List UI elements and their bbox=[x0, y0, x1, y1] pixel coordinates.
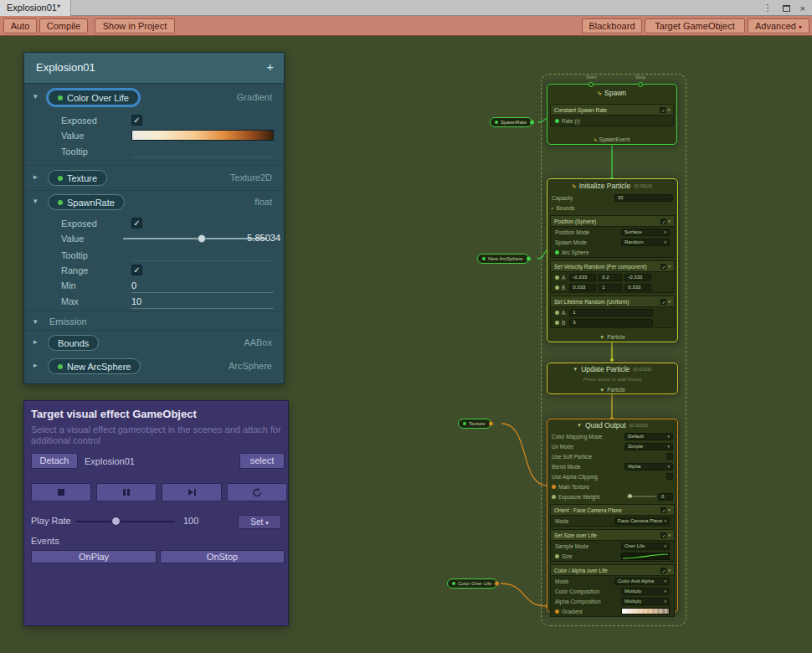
output-port[interactable] bbox=[495, 582, 499, 586]
color-mapping-dropdown[interactable]: Default▾ bbox=[624, 433, 673, 440]
exposure-slider[interactable] bbox=[627, 496, 655, 497]
orient-mode-dropdown[interactable]: Face Camera Plane▾ bbox=[614, 517, 670, 525]
tooltip-field[interactable] bbox=[131, 260, 274, 261]
collapse-caret-icon[interactable]: ▾ bbox=[668, 264, 671, 269]
parameter-node-texture[interactable]: Texture bbox=[458, 419, 491, 429]
a-x-field[interactable]: -0.333 bbox=[569, 274, 596, 281]
max-field[interactable]: 10 bbox=[131, 295, 274, 309]
auto-button[interactable]: Auto bbox=[3, 18, 37, 33]
param-pill-bounds[interactable]: Bounds bbox=[48, 335, 99, 351]
start-flow-port[interactable] bbox=[588, 82, 594, 87]
spawnevent-output-port[interactable]: ϟ SpawnEvent bbox=[547, 136, 676, 142]
set-size-over-life-block[interactable]: Set Size over Life ✓▾ Sample Mode Over L… bbox=[550, 529, 675, 562]
block-enabled-checkbox[interactable]: ✓ bbox=[660, 219, 666, 224]
main-texture-input-port[interactable] bbox=[552, 485, 556, 489]
a-y-field[interactable]: 0.2 bbox=[599, 274, 622, 281]
gradient-field[interactable] bbox=[621, 608, 670, 614]
spawn-context-node[interactable]: Start Stop ϟ Spawn Constant Spawn Rate ✓… bbox=[547, 84, 677, 145]
a-input-port[interactable] bbox=[555, 311, 559, 315]
play-rate-track[interactable] bbox=[76, 521, 175, 522]
close-icon[interactable]: × bbox=[800, 3, 805, 13]
chevron-down-icon[interactable]: ▾ bbox=[33, 92, 38, 100]
spawn-mode-dropdown[interactable]: Random▾ bbox=[621, 239, 670, 246]
slider-handle[interactable] bbox=[198, 234, 206, 243]
sample-mode-dropdown[interactable]: Over Life▾ bbox=[621, 542, 670, 550]
particle-output-port[interactable]: ▼ Particle bbox=[547, 387, 677, 393]
play-rate-value[interactable]: 100 bbox=[183, 516, 198, 526]
a-z-field[interactable]: -0.333 bbox=[624, 274, 651, 281]
b-input-port[interactable] bbox=[555, 321, 559, 325]
color-alpha-over-life-block[interactable]: Color / Alpha over Life ✓▾ Mode Color An… bbox=[550, 564, 675, 617]
chevron-right-icon[interactable]: ▸ bbox=[33, 337, 38, 346]
parameter-node-color-over-life[interactable]: Color Over Life bbox=[447, 578, 497, 589]
block-enabled-checkbox[interactable]: ✓ bbox=[660, 107, 666, 113]
a-field[interactable]: 1 bbox=[569, 309, 653, 316]
param-pill-color-over-life[interactable]: Color Over Life bbox=[48, 90, 139, 105]
onstop-button[interactable]: OnStop bbox=[160, 550, 285, 563]
uv-mode-dropdown[interactable]: Simple▾ bbox=[624, 443, 673, 450]
gradient-input-port[interactable] bbox=[555, 609, 559, 614]
min-field[interactable]: 0 bbox=[131, 279, 274, 293]
play-rate-handle[interactable] bbox=[111, 517, 121, 526]
restart-button[interactable] bbox=[227, 483, 287, 501]
b-x-field[interactable]: 0.333 bbox=[569, 284, 596, 291]
parameter-node-new-arcsphere[interactable]: New ArcSphere bbox=[477, 254, 529, 264]
stop-button[interactable] bbox=[31, 483, 91, 501]
size-input-port[interactable] bbox=[555, 554, 559, 558]
param-pill-spawnrate[interactable]: SpawnRate bbox=[48, 194, 125, 210]
set-lifetime-random-block[interactable]: Set Lifetime Random (Uniform) ✓▾ A 1 B 3 bbox=[550, 296, 675, 328]
add-parameter-button[interactable]: + bbox=[266, 59, 274, 74]
b-input-port[interactable] bbox=[555, 285, 559, 290]
show-in-project-button[interactable]: Show in Project bbox=[95, 18, 175, 33]
output-port[interactable] bbox=[527, 257, 531, 261]
chevron-down-icon[interactable]: ▾ bbox=[33, 197, 38, 205]
window-tab[interactable]: Explosion01* bbox=[0, 0, 71, 16]
block-enabled-checkbox[interactable]: ✓ bbox=[660, 264, 666, 270]
chevron-right-icon[interactable]: ▸ bbox=[33, 172, 38, 181]
set-button[interactable]: Set ▾ bbox=[238, 515, 281, 529]
maximize-icon[interactable] bbox=[783, 5, 790, 12]
blackboard-toggle-button[interactable]: Blackboard bbox=[582, 18, 642, 33]
capacity-field[interactable]: 32 bbox=[614, 194, 673, 202]
exposed-checkbox[interactable]: ✓ bbox=[131, 218, 142, 229]
orient-block[interactable]: Orient : Face Camera Plane ✓▾ Mode Face … bbox=[550, 504, 675, 527]
param-pill-new-arcsphere[interactable]: New ArcSphere bbox=[48, 358, 141, 374]
target-gameobject-toggle-button[interactable]: Target GameObject bbox=[645, 18, 745, 33]
collapse-caret-icon[interactable]: ▾ bbox=[668, 219, 671, 224]
graph-canvas[interactable]: Explosion01 + ▾ Color Over Life Gradient… bbox=[0, 36, 812, 653]
block-enabled-checkbox[interactable]: ✓ bbox=[660, 532, 666, 538]
bounds-row[interactable]: ▸ Bounds bbox=[547, 203, 677, 213]
blend-mode-dropdown[interactable]: Alpha▾ bbox=[624, 463, 673, 470]
b-z-field[interactable]: 0.333 bbox=[624, 284, 651, 291]
output-port[interactable] bbox=[489, 422, 493, 426]
b-y-field[interactable]: 1 bbox=[599, 284, 622, 291]
soft-particle-checkbox[interactable] bbox=[666, 453, 673, 460]
alpha-composition-dropdown[interactable]: Multiply▾ bbox=[621, 598, 670, 605]
alpha-clipping-checkbox[interactable] bbox=[666, 473, 673, 480]
exposure-field[interactable]: 0 bbox=[658, 493, 673, 501]
position-sphere-block[interactable]: Position (Sphere) ✓▾ Position Mode Surfa… bbox=[550, 215, 675, 258]
chevron-right-icon[interactable]: ▸ bbox=[33, 361, 38, 369]
category-label[interactable]: Emission bbox=[49, 316, 87, 326]
color-mode-dropdown[interactable]: Color And Alpha▾ bbox=[614, 578, 670, 585]
tooltip-field[interactable] bbox=[131, 157, 274, 157]
block-enabled-checkbox[interactable]: ✓ bbox=[660, 299, 666, 305]
onplay-button[interactable]: OnPlay bbox=[31, 550, 157, 563]
step-button[interactable] bbox=[162, 483, 222, 501]
color-composition-dropdown[interactable]: Multiply▾ bbox=[621, 588, 670, 595]
rate-input-port[interactable] bbox=[555, 119, 559, 123]
menu-icon[interactable]: ⋮ bbox=[763, 3, 773, 13]
pause-button[interactable] bbox=[96, 483, 157, 501]
collapse-caret-icon[interactable]: ▾ bbox=[668, 507, 671, 512]
collapse-caret-icon[interactable]: ▾ bbox=[667, 107, 670, 112]
collapse-caret-icon[interactable]: ▾ bbox=[668, 532, 671, 537]
fold-icon[interactable]: ▸ bbox=[552, 205, 554, 210]
range-checkbox[interactable]: ✓ bbox=[131, 265, 142, 275]
set-velocity-random-block[interactable]: Set Velocity Random (Per component) ✓▾ A… bbox=[550, 260, 675, 293]
output-port[interactable] bbox=[530, 121, 534, 125]
quad-output-node[interactable]: ▼ Quad Output (0.0316) Color Mapping Mod… bbox=[547, 419, 678, 613]
select-button[interactable]: select bbox=[239, 453, 285, 469]
chevron-down-icon[interactable]: ▾ bbox=[33, 317, 38, 326]
param-pill-texture[interactable]: Texture bbox=[48, 170, 107, 186]
advanced-dropdown[interactable]: Advanced▾ bbox=[748, 18, 809, 33]
